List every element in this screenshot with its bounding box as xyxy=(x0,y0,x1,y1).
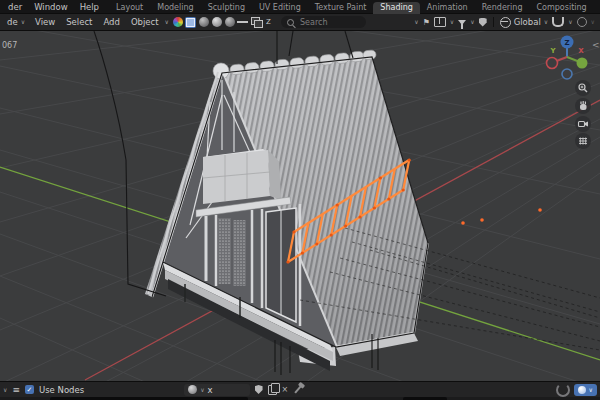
z-depth-icon[interactable]: Z xyxy=(263,17,274,28)
chevron-down-icon: ∨ xyxy=(544,19,548,25)
snap-magnet-icon[interactable] xyxy=(552,17,564,27)
material-preview-ball-icon[interactable] xyxy=(173,17,183,27)
filter-funnel-icon[interactable] xyxy=(458,20,466,25)
header-right-controls: ∨ ⚑ ∨ ∨ Global ∨ ∨ ∨ xyxy=(414,17,597,28)
texture-tool-icon-active[interactable] xyxy=(185,17,196,28)
search-input[interactable] xyxy=(298,17,360,28)
chevron-down-icon[interactable]: ∨ xyxy=(591,19,595,25)
search-field[interactable] xyxy=(281,16,366,28)
3d-viewport[interactable]: 067 < Z Y X xyxy=(0,31,600,381)
3d-viewport-scene[interactable]: 067 < Z Y X xyxy=(0,31,600,381)
menu-view[interactable]: View xyxy=(30,17,60,27)
viewport-header: de ∨ View Select Add Object ∨ Z ∨ ⚑ ∨ ∨ … xyxy=(0,14,600,31)
material-name[interactable]: x xyxy=(208,385,246,395)
preview-shading-button[interactable]: ∨ xyxy=(574,384,597,396)
proportional-edit-icon[interactable] xyxy=(577,17,587,27)
navigation-gizmo[interactable]: Z Y X xyxy=(547,36,588,80)
gizmo-axis-x-negative[interactable] xyxy=(547,58,558,69)
chevron-down-icon[interactable]: ∨ xyxy=(165,19,169,25)
aframe-house-model[interactable] xyxy=(145,50,428,371)
tab-animation[interactable]: Animation xyxy=(420,2,475,14)
pan-hand-button[interactable] xyxy=(575,98,591,114)
zoom-button[interactable] xyxy=(575,80,591,96)
chevron-down-icon[interactable]: ∨ xyxy=(470,19,474,25)
use-nodes-label: Use Nodes xyxy=(39,385,84,395)
search-icon xyxy=(287,19,294,26)
transform-orientation-dropdown[interactable]: Global ∨ xyxy=(500,17,549,28)
viewport-info-text: 067 xyxy=(2,41,17,50)
tab-geometry-nodes[interactable]: Geometry Nodes xyxy=(594,2,600,14)
bookmark-flag-icon[interactable]: ⚑ xyxy=(423,18,430,27)
menu-render-truncated[interactable]: der xyxy=(2,2,28,12)
editor-type-chevron-icon[interactable]: ∨ xyxy=(3,387,7,393)
chevron-down-icon: ∨ xyxy=(21,19,25,25)
shader-editor-header: ∨ ≡ ✓ Use Nodes ∨ x × ∨ xyxy=(0,381,600,397)
sidebar-toggle-arrow[interactable]: < xyxy=(592,40,600,50)
use-nodes-checkbox[interactable]: ✓ xyxy=(25,385,34,394)
tab-uv-editing[interactable]: UV Editing xyxy=(252,2,308,14)
shield-check-icon[interactable] xyxy=(479,18,487,27)
environment-sphere-icon[interactable] xyxy=(225,17,235,27)
tab-shading[interactable]: Shading xyxy=(373,2,420,14)
menu-add[interactable]: Add xyxy=(98,17,124,27)
pin-icon[interactable] xyxy=(295,385,302,393)
tab-compositing[interactable]: Compositing xyxy=(530,2,594,14)
shading-ball-icon xyxy=(578,386,586,394)
menu-select[interactable]: Select xyxy=(61,17,97,27)
material-selector[interactable]: ∨ x xyxy=(184,384,249,396)
matcap-sphere-icon[interactable] xyxy=(212,17,222,27)
snapping-swirl-icon[interactable] xyxy=(556,383,570,397)
tab-texture-paint[interactable]: Texture Paint xyxy=(308,2,374,14)
orientation-label: Global xyxy=(514,17,541,27)
chevron-down-icon[interactable]: ∨ xyxy=(568,19,572,25)
orientation-globe-icon xyxy=(500,17,511,28)
menu-window[interactable]: Window xyxy=(28,2,74,12)
gizmo-axis-z-negative[interactable] xyxy=(562,69,572,79)
new-material-copy-icon[interactable] xyxy=(268,385,277,395)
brush-tool-icon[interactable] xyxy=(237,17,248,28)
chevron-down-icon[interactable]: ∨ xyxy=(450,19,454,25)
mode-label: de xyxy=(7,17,18,27)
menu-object[interactable]: Object xyxy=(126,17,164,27)
workspace-tabs: Layout Modeling Sculpting UV Editing Tex… xyxy=(109,0,600,14)
editor-split-icon[interactable] xyxy=(434,17,446,27)
unlink-close-icon[interactable]: × xyxy=(282,385,289,394)
tab-layout[interactable]: Layout xyxy=(109,2,150,14)
menu-help[interactable]: Help xyxy=(74,2,105,12)
gizmo-axis-y-positive[interactable] xyxy=(577,58,588,69)
chevron-down-icon[interactable]: ∨ xyxy=(414,19,418,25)
image-stack-icon[interactable] xyxy=(251,17,261,27)
header-tool-icons: Z xyxy=(173,17,274,28)
tab-sculpting[interactable]: Sculpting xyxy=(201,2,252,14)
perspective-toggle-button[interactable] xyxy=(575,133,591,149)
material-sphere-icon xyxy=(188,385,197,394)
gizmo-label-y: Y xyxy=(549,47,556,55)
gizmo-label-x: X xyxy=(578,47,584,55)
object-origin-dots xyxy=(461,208,542,225)
hamburger-menu-icon[interactable]: ≡ xyxy=(12,385,20,395)
camera-view-button[interactable] xyxy=(575,116,591,132)
chevron-down-icon[interactable]: ∨ xyxy=(200,387,204,393)
chevron-down-icon: ∨ xyxy=(589,387,593,393)
mode-dropdown[interactable]: de ∨ xyxy=(3,17,29,27)
viewport-nav-buttons xyxy=(575,80,591,149)
shading-sphere-icon[interactable] xyxy=(199,17,209,27)
tab-modeling[interactable]: Modeling xyxy=(150,2,200,14)
fake-user-shield-icon[interactable] xyxy=(255,385,263,394)
tab-rendering[interactable]: Rendering xyxy=(475,2,530,14)
top-bar: der Window Help Layout Modeling Sculptin… xyxy=(0,0,600,14)
svg-text:Z: Z xyxy=(564,39,569,47)
